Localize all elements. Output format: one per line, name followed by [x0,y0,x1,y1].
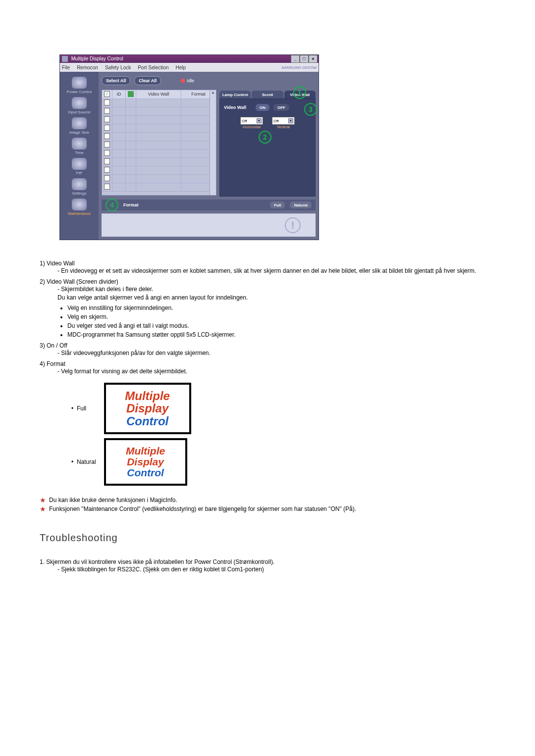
sidebar-label: Power Control [67,90,92,94]
marker-2: 2 [259,131,271,144]
sidebar-item-settings[interactable]: Settings [62,178,97,196]
row-checkbox[interactable] [104,150,110,156]
grid-scrollbar[interactable] [210,90,216,195]
video-wall-on-button[interactable]: ON [256,104,269,111]
idle-label: Idle [187,78,194,83]
idle-dot-icon [181,79,185,83]
table-row[interactable] [102,107,216,115]
table-row[interactable] [102,149,216,157]
doc-item: 1) Video Wall- En videovegg er et sett a… [40,260,495,275]
app-title: Multiple Display Control [71,56,123,61]
app-menubar: File Remocon Safety Lock Port Selection … [60,63,319,72]
row-checkbox[interactable] [104,125,110,131]
star-icon: ★ [40,497,46,504]
tab-lamp-control[interactable]: Lamp Control [219,91,251,99]
sidebar-item-image-size[interactable]: Image Size [62,117,97,135]
star-note: ★Du kan ikke bruke denne funksjonen i Ma… [40,497,495,504]
clear-all-button[interactable]: Clear All [134,76,161,85]
row-checkbox[interactable] [104,142,110,148]
row-checkbox[interactable] [104,167,110,173]
star-note: ★Funksjonen "Maintenance Control" (vedli… [40,505,495,512]
row-checkbox[interactable] [104,100,110,105]
star-note-text: Funksjonen "Maintenance Control" (vedlik… [49,505,356,512]
chevron-down-icon: ▾ [257,118,262,123]
horizontal-value: Off [242,119,247,123]
table-row[interactable] [102,174,216,183]
mdc-app-window: Multiple Display Control _ □ × File Remo… [59,54,319,240]
tab-scroll[interactable]: Scroll [252,91,283,99]
menu-port-selection[interactable]: Port Selection [138,65,168,70]
row-checkbox[interactable] [104,116,110,122]
ts-sub: - Sjekk tilkoblingen for RS232C. (Sjekk … [57,565,495,574]
window-minimize-button[interactable]: _ [291,55,300,63]
ts-num: 1. [40,558,45,565]
doc-item-title: 4) Format [40,360,495,367]
sidebar-label: Settings [72,191,87,196]
video-wall-off-button[interactable]: OFF [273,104,289,111]
sidebar-item-power-control[interactable]: Power Control [62,77,97,94]
menu-safety-lock[interactable]: Safety Lock [105,65,131,70]
header-checkbox[interactable] [104,91,110,97]
vertical-select[interactable]: Off ▾ [272,117,295,125]
doc-item-sub: - Slår videoveggfunksjonen på/av for den… [57,349,495,357]
format-full-button[interactable]: Full [270,202,285,208]
select-all-button[interactable]: Select All [102,76,130,85]
mdc-line: Control [126,414,168,428]
col-id[interactable]: ID [112,90,126,99]
sidebar-item-pip[interactable]: PIP [62,158,97,175]
star-icon: ★ [40,505,46,512]
window-maximize-button[interactable]: □ [300,55,309,63]
power-icon [72,77,87,89]
row-checkbox[interactable] [104,175,110,181]
input-icon [72,97,87,109]
maintenance-icon [72,199,87,210]
power-header-icon [128,91,134,97]
table-row[interactable] [102,132,216,141]
sidebar-item-input-source[interactable]: Input Source [62,97,97,114]
row-checkbox[interactable] [104,108,110,114]
format-examples: • Full Multiple Display Control • Natura… [67,381,195,488]
row-checkbox[interactable] [104,133,110,139]
vertical-value: Off [273,119,279,123]
mdc-line: Multiple [125,389,170,403]
format-full-label: Full [77,405,86,412]
menu-file[interactable]: File [62,65,70,70]
app-titlebar: Multiple Display Control _ □ × [60,55,319,63]
sidebar-label: Image Size [69,130,89,135]
menu-remocon[interactable]: Remocon [77,65,98,70]
col-video-wall[interactable]: Video Wall [136,90,181,99]
ts-text: Skjermen du vil kontrollere vises ikke p… [46,558,274,565]
format-natural-button[interactable]: Natural [290,202,312,208]
table-row[interactable] [102,99,216,107]
menu-help[interactable]: Help [175,65,186,70]
mdc-preview-natural: Multiple Display Control [104,438,187,486]
display-grid: ID Video Wall Format [102,90,216,196]
image-size-icon [72,117,87,129]
table-row[interactable] [102,115,216,124]
video-wall-label: Video Wall [224,105,252,110]
table-row[interactable] [102,157,216,166]
marker-3: 3 [304,103,317,116]
mdc-line: Display [126,402,168,415]
window-close-button[interactable]: × [309,55,318,63]
sidebar-item-time[interactable]: Time [62,138,97,155]
right-panel: Lamp Control Scroll Video Wall 1 Video W… [219,90,316,197]
doc-bullet: Du velger sted ved å angi et tall i valg… [67,321,495,330]
row-checkbox[interactable] [104,184,110,190]
table-row[interactable] [102,141,216,149]
star-note-text: Du kan ikke bruke denne funksjonen i Mag… [49,497,177,504]
table-row[interactable] [102,183,216,191]
doc-item-sub: - En videovegg er et sett av videoskjerm… [57,267,495,275]
app-icon [62,56,68,62]
doc-item-title: 3) On / Off [40,342,495,349]
time-icon [72,138,87,150]
sidebar-item-maintenance[interactable]: Maintenance [62,199,97,216]
row-checkbox[interactable] [104,158,110,164]
table-row[interactable] [102,124,216,132]
doc-item-sub: - Skjermbildet kan deles i flere deler. [57,285,495,294]
mdc-line: Control [127,467,164,478]
doc-item: 3) On / Off- Slår videoveggfunksjonen på… [40,342,495,357]
chevron-down-icon: ▾ [288,118,293,123]
horizontal-select[interactable]: Off ▾ [240,117,263,125]
table-row[interactable] [102,166,216,174]
